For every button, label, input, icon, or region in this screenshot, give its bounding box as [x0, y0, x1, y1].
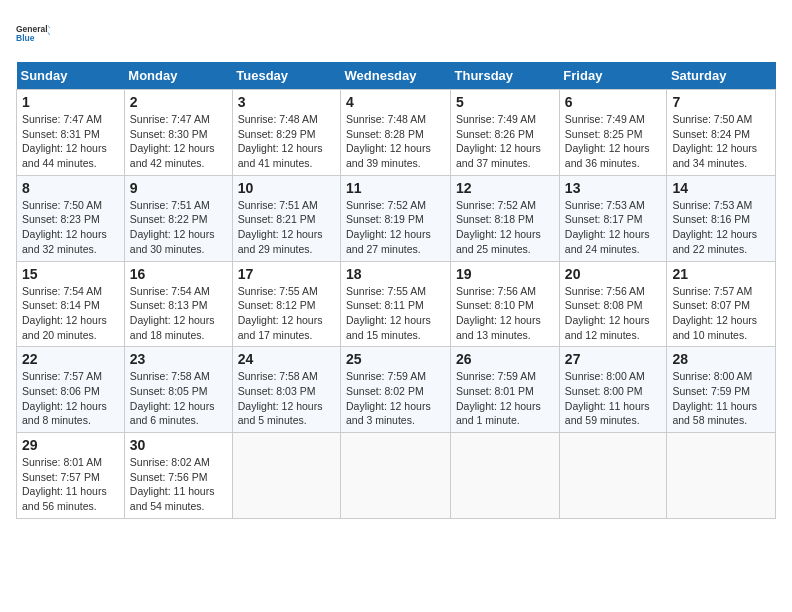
- day-detail: Sunrise: 7:50 AM Sunset: 8:24 PM Dayligh…: [672, 112, 770, 171]
- day-detail: Sunrise: 7:55 AM Sunset: 8:12 PM Dayligh…: [238, 284, 335, 343]
- day-header-wednesday: Wednesday: [341, 62, 451, 90]
- day-detail: Sunrise: 7:47 AM Sunset: 8:31 PM Dayligh…: [22, 112, 119, 171]
- calendar-cell: 3 Sunrise: 7:48 AM Sunset: 8:29 PM Dayli…: [232, 90, 340, 176]
- calendar-cell: 21 Sunrise: 7:57 AM Sunset: 8:07 PM Dayl…: [667, 261, 776, 347]
- day-detail: Sunrise: 7:52 AM Sunset: 8:19 PM Dayligh…: [346, 198, 445, 257]
- day-detail: Sunrise: 7:48 AM Sunset: 8:28 PM Dayligh…: [346, 112, 445, 171]
- calendar-cell: 19 Sunrise: 7:56 AM Sunset: 8:10 PM Dayl…: [451, 261, 560, 347]
- day-number: 3: [238, 94, 335, 110]
- calendar-cell: 27 Sunrise: 8:00 AM Sunset: 8:00 PM Dayl…: [559, 347, 667, 433]
- day-number: 28: [672, 351, 770, 367]
- day-detail: Sunrise: 7:48 AM Sunset: 8:29 PM Dayligh…: [238, 112, 335, 171]
- day-number: 10: [238, 180, 335, 196]
- day-number: 12: [456, 180, 554, 196]
- day-number: 2: [130, 94, 227, 110]
- day-detail: Sunrise: 7:51 AM Sunset: 8:21 PM Dayligh…: [238, 198, 335, 257]
- logo: General Blue: [16, 16, 50, 50]
- calendar-cell: 24 Sunrise: 7:58 AM Sunset: 8:03 PM Dayl…: [232, 347, 340, 433]
- header: General Blue: [16, 16, 776, 50]
- day-number: 21: [672, 266, 770, 282]
- day-detail: Sunrise: 7:58 AM Sunset: 8:05 PM Dayligh…: [130, 369, 227, 428]
- day-number: 26: [456, 351, 554, 367]
- day-number: 6: [565, 94, 662, 110]
- day-number: 20: [565, 266, 662, 282]
- day-number: 22: [22, 351, 119, 367]
- calendar-header-row: SundayMondayTuesdayWednesdayThursdayFrid…: [17, 62, 776, 90]
- calendar-cell: 29 Sunrise: 8:01 AM Sunset: 7:57 PM Dayl…: [17, 433, 125, 519]
- logo-svg: General Blue: [16, 16, 50, 50]
- day-header-sunday: Sunday: [17, 62, 125, 90]
- day-detail: Sunrise: 8:02 AM Sunset: 7:56 PM Dayligh…: [130, 455, 227, 514]
- day-number: 27: [565, 351, 662, 367]
- calendar-cell: 1 Sunrise: 7:47 AM Sunset: 8:31 PM Dayli…: [17, 90, 125, 176]
- day-number: 11: [346, 180, 445, 196]
- day-detail: Sunrise: 8:01 AM Sunset: 7:57 PM Dayligh…: [22, 455, 119, 514]
- day-detail: Sunrise: 7:56 AM Sunset: 8:10 PM Dayligh…: [456, 284, 554, 343]
- calendar-week-row: 15 Sunrise: 7:54 AM Sunset: 8:14 PM Dayl…: [17, 261, 776, 347]
- calendar-cell: 13 Sunrise: 7:53 AM Sunset: 8:17 PM Dayl…: [559, 175, 667, 261]
- day-header-saturday: Saturday: [667, 62, 776, 90]
- calendar-week-row: 1 Sunrise: 7:47 AM Sunset: 8:31 PM Dayli…: [17, 90, 776, 176]
- day-header-monday: Monday: [124, 62, 232, 90]
- day-number: 19: [456, 266, 554, 282]
- calendar-cell: 9 Sunrise: 7:51 AM Sunset: 8:22 PM Dayli…: [124, 175, 232, 261]
- calendar-cell: 4 Sunrise: 7:48 AM Sunset: 8:28 PM Dayli…: [341, 90, 451, 176]
- calendar-cell: 20 Sunrise: 7:56 AM Sunset: 8:08 PM Dayl…: [559, 261, 667, 347]
- day-detail: Sunrise: 7:59 AM Sunset: 8:01 PM Dayligh…: [456, 369, 554, 428]
- calendar-cell: 11 Sunrise: 7:52 AM Sunset: 8:19 PM Dayl…: [341, 175, 451, 261]
- calendar-cell: 7 Sunrise: 7:50 AM Sunset: 8:24 PM Dayli…: [667, 90, 776, 176]
- calendar-cell: 22 Sunrise: 7:57 AM Sunset: 8:06 PM Dayl…: [17, 347, 125, 433]
- day-header-friday: Friday: [559, 62, 667, 90]
- day-detail: Sunrise: 7:59 AM Sunset: 8:02 PM Dayligh…: [346, 369, 445, 428]
- day-number: 29: [22, 437, 119, 453]
- calendar-cell: 25 Sunrise: 7:59 AM Sunset: 8:02 PM Dayl…: [341, 347, 451, 433]
- calendar-cell: 28 Sunrise: 8:00 AM Sunset: 7:59 PM Dayl…: [667, 347, 776, 433]
- calendar-cell: [667, 433, 776, 519]
- calendar-week-row: 8 Sunrise: 7:50 AM Sunset: 8:23 PM Dayli…: [17, 175, 776, 261]
- day-number: 23: [130, 351, 227, 367]
- calendar-cell: 30 Sunrise: 8:02 AM Sunset: 7:56 PM Dayl…: [124, 433, 232, 519]
- day-number: 9: [130, 180, 227, 196]
- day-detail: Sunrise: 7:58 AM Sunset: 8:03 PM Dayligh…: [238, 369, 335, 428]
- calendar-cell: 10 Sunrise: 7:51 AM Sunset: 8:21 PM Dayl…: [232, 175, 340, 261]
- day-number: 13: [565, 180, 662, 196]
- calendar-week-row: 29 Sunrise: 8:01 AM Sunset: 7:57 PM Dayl…: [17, 433, 776, 519]
- day-number: 7: [672, 94, 770, 110]
- day-detail: Sunrise: 7:47 AM Sunset: 8:30 PM Dayligh…: [130, 112, 227, 171]
- calendar-cell: 5 Sunrise: 7:49 AM Sunset: 8:26 PM Dayli…: [451, 90, 560, 176]
- day-detail: Sunrise: 7:51 AM Sunset: 8:22 PM Dayligh…: [130, 198, 227, 257]
- calendar-cell: [559, 433, 667, 519]
- day-detail: Sunrise: 7:53 AM Sunset: 8:16 PM Dayligh…: [672, 198, 770, 257]
- day-number: 25: [346, 351, 445, 367]
- calendar-cell: 16 Sunrise: 7:54 AM Sunset: 8:13 PM Dayl…: [124, 261, 232, 347]
- day-detail: Sunrise: 7:55 AM Sunset: 8:11 PM Dayligh…: [346, 284, 445, 343]
- day-detail: Sunrise: 8:00 AM Sunset: 7:59 PM Dayligh…: [672, 369, 770, 428]
- day-number: 17: [238, 266, 335, 282]
- day-number: 8: [22, 180, 119, 196]
- svg-text:General: General: [16, 24, 48, 34]
- calendar-cell: [341, 433, 451, 519]
- calendar-cell: 6 Sunrise: 7:49 AM Sunset: 8:25 PM Dayli…: [559, 90, 667, 176]
- day-detail: Sunrise: 7:50 AM Sunset: 8:23 PM Dayligh…: [22, 198, 119, 257]
- day-detail: Sunrise: 7:56 AM Sunset: 8:08 PM Dayligh…: [565, 284, 662, 343]
- day-detail: Sunrise: 7:57 AM Sunset: 8:06 PM Dayligh…: [22, 369, 119, 428]
- calendar-cell: 23 Sunrise: 7:58 AM Sunset: 8:05 PM Dayl…: [124, 347, 232, 433]
- day-number: 24: [238, 351, 335, 367]
- day-number: 4: [346, 94, 445, 110]
- day-detail: Sunrise: 7:49 AM Sunset: 8:26 PM Dayligh…: [456, 112, 554, 171]
- day-detail: Sunrise: 7:54 AM Sunset: 8:13 PM Dayligh…: [130, 284, 227, 343]
- day-number: 30: [130, 437, 227, 453]
- day-detail: Sunrise: 7:54 AM Sunset: 8:14 PM Dayligh…: [22, 284, 119, 343]
- calendar-table: SundayMondayTuesdayWednesdayThursdayFrid…: [16, 62, 776, 519]
- calendar-cell: 17 Sunrise: 7:55 AM Sunset: 8:12 PM Dayl…: [232, 261, 340, 347]
- day-number: 16: [130, 266, 227, 282]
- day-header-tuesday: Tuesday: [232, 62, 340, 90]
- day-number: 1: [22, 94, 119, 110]
- svg-text:Blue: Blue: [16, 34, 35, 44]
- calendar-cell: 18 Sunrise: 7:55 AM Sunset: 8:11 PM Dayl…: [341, 261, 451, 347]
- day-header-thursday: Thursday: [451, 62, 560, 90]
- day-number: 18: [346, 266, 445, 282]
- day-detail: Sunrise: 7:49 AM Sunset: 8:25 PM Dayligh…: [565, 112, 662, 171]
- day-detail: Sunrise: 7:52 AM Sunset: 8:18 PM Dayligh…: [456, 198, 554, 257]
- calendar-cell: 12 Sunrise: 7:52 AM Sunset: 8:18 PM Dayl…: [451, 175, 560, 261]
